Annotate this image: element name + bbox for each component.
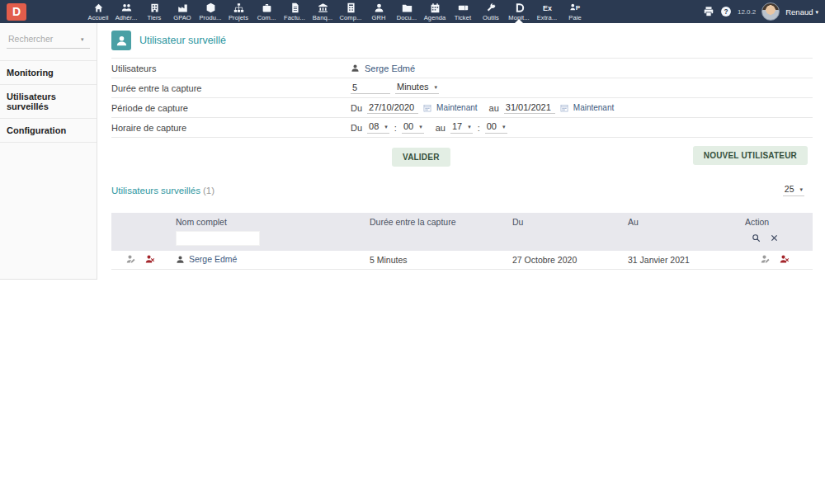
chevron-down-icon: ▾ bbox=[815, 9, 818, 15]
duration-unit-value: Minutes bbox=[397, 82, 429, 92]
chevron-down-icon: ▾ bbox=[435, 84, 438, 90]
sidebar-item-monitoring[interactable]: Monitoring bbox=[0, 60, 97, 84]
table-header-row: Nom complet Durée entre la capture Du Au… bbox=[111, 213, 813, 229]
row-duration: 5 Minutes bbox=[363, 251, 506, 270]
topbar-item-tiers[interactable]: Tiers bbox=[140, 0, 168, 23]
capture-form: Utilisateurs Serge Edmé Durée entre la c… bbox=[111, 58, 813, 138]
period-to-input[interactable] bbox=[504, 101, 555, 114]
calendar-icon[interactable] bbox=[560, 104, 568, 112]
header-to[interactable]: Au bbox=[621, 213, 738, 229]
avatar[interactable] bbox=[761, 2, 780, 21]
topbar-item-projets[interactable]: Projets bbox=[224, 0, 252, 23]
topbar-item-accueil[interactable]: Accueil bbox=[84, 0, 112, 23]
chevron-down-icon[interactable]: ▾ bbox=[81, 36, 84, 42]
ticket-icon bbox=[458, 2, 469, 13]
topbar-item-label: Tiers bbox=[148, 14, 162, 21]
topbar-item-grh[interactable]: GRH bbox=[365, 0, 393, 23]
topbar-item-label: GRH bbox=[372, 14, 386, 21]
selected-user-link[interactable]: Serge Edmé bbox=[365, 64, 415, 73]
hour-to-select[interactable]: 17 ▾ bbox=[450, 121, 473, 134]
print-icon[interactable] bbox=[703, 6, 714, 17]
sidebar-item-configuration[interactable]: Configuration bbox=[0, 118, 97, 142]
name-filter-input[interactable] bbox=[176, 231, 260, 246]
topbar-item-label: Banq... bbox=[313, 14, 332, 21]
agenda-icon bbox=[430, 2, 441, 13]
help-icon[interactable]: ? bbox=[720, 6, 732, 17]
topbar-item-agenda[interactable]: Agenda bbox=[421, 0, 449, 23]
topbar-item-adh-r[interactable]: Adhér... bbox=[112, 0, 140, 23]
minute-from-value: 00 bbox=[403, 121, 413, 131]
hour-from-value: 08 bbox=[369, 121, 379, 131]
period-from-input[interactable] bbox=[367, 101, 418, 114]
topbar-item-paie[interactable]: PPaie bbox=[561, 0, 589, 23]
now-link-from[interactable]: Maintenant bbox=[436, 103, 477, 112]
user-menu[interactable]: Renaud ▾ bbox=[785, 7, 818, 16]
products-icon bbox=[205, 2, 216, 13]
minute-from-select[interactable]: 00 ▾ bbox=[402, 121, 424, 134]
close-icon[interactable] bbox=[770, 233, 779, 243]
page-size-select[interactable]: 25 ▾ bbox=[783, 184, 804, 196]
app-logo[interactable]: D bbox=[7, 3, 26, 21]
topbar-item-label: Accueil bbox=[88, 14, 109, 21]
monitoring-icon bbox=[514, 2, 525, 13]
topbar-item-extra[interactable]: ExExtra... bbox=[533, 0, 561, 23]
form-actions: VALIDER NOUVEL UTILISATEUR bbox=[111, 138, 813, 174]
search-input[interactable] bbox=[7, 33, 81, 45]
search-icon[interactable] bbox=[752, 233, 761, 243]
user-edit-icon[interactable] bbox=[126, 254, 136, 264]
chevron-down-icon: ▾ bbox=[799, 186, 803, 192]
chevron-down-icon: ▾ bbox=[419, 124, 422, 130]
monitored-users-table: Nom complet Durée entre la capture Du Au… bbox=[111, 213, 813, 270]
topbar-item-banq[interactable]: Banq... bbox=[309, 0, 337, 23]
page-header: Utilisateur surveillé bbox=[111, 28, 813, 58]
topbar-item-label: Comp... bbox=[340, 14, 362, 21]
form-row-duration: Durée entre la capture Minutes ▾ bbox=[111, 78, 813, 98]
minute-to-select[interactable]: 00 ▾ bbox=[485, 121, 507, 134]
row-user-link[interactable]: Serge Edmé bbox=[189, 254, 237, 264]
duration-label: Durée entre la capture bbox=[111, 83, 351, 93]
time-separator: : bbox=[478, 123, 480, 133]
hour-to-value: 17 bbox=[452, 121, 462, 131]
list-title: Utilisateurs surveillés bbox=[111, 186, 200, 195]
header-icons-col bbox=[111, 213, 169, 229]
calendar-icon[interactable] bbox=[423, 104, 431, 112]
topbar-item-docu[interactable]: Docu... bbox=[393, 0, 421, 23]
validate-button[interactable]: VALIDER bbox=[392, 148, 450, 167]
header-name[interactable]: Nom complet bbox=[169, 213, 363, 229]
topbar-item-factu[interactable]: Factu... bbox=[280, 0, 309, 23]
header-from[interactable]: Du bbox=[506, 213, 621, 229]
topbar-item-outils[interactable]: Outils bbox=[477, 0, 505, 23]
list-header: Utilisateurs surveillés (1) 25 ▾ bbox=[111, 184, 813, 196]
topbar-item-label: Produ... bbox=[199, 14, 221, 21]
monitored-user-icon bbox=[111, 31, 131, 50]
duration-input[interactable] bbox=[351, 82, 390, 94]
sidebar-search: ▾ bbox=[7, 33, 90, 49]
sidebar: ▾ MonitoringUtilisateurs surveillésConfi… bbox=[0, 23, 97, 280]
user-edit-icon[interactable] bbox=[761, 254, 771, 264]
topbar-item-com[interactable]: Com... bbox=[252, 0, 280, 23]
payroll-icon: P bbox=[570, 2, 581, 13]
topbar-item-monit[interactable]: Monit... bbox=[505, 0, 533, 23]
topbar-menu: AccueilAdhér...TiersGPAOProdu...ProjetsC… bbox=[84, 0, 589, 23]
user-delete-icon[interactable] bbox=[145, 254, 155, 264]
topbar-item-label: Com... bbox=[257, 14, 276, 21]
user-delete-icon[interactable] bbox=[780, 254, 790, 264]
topbar-item-label: Adhér... bbox=[116, 14, 138, 21]
header-duration[interactable]: Durée entre la capture bbox=[363, 213, 506, 229]
sidebar-item-utilisateurs-surveill-s[interactable]: Utilisateurs surveillés bbox=[0, 84, 97, 118]
chevron-down-icon: ▾ bbox=[468, 124, 471, 130]
form-row-period: Période de capture Du Maintenant au Main… bbox=[111, 98, 813, 118]
now-link-to[interactable]: Maintenant bbox=[573, 103, 614, 112]
topbar-item-gpao[interactable]: GPAO bbox=[168, 0, 196, 23]
topbar-item-produ[interactable]: Produ... bbox=[196, 0, 224, 23]
topbar-item-comp[interactable]: Comp... bbox=[337, 0, 365, 23]
topbar-item-ticket[interactable]: Ticket bbox=[449, 0, 477, 23]
duration-unit-select[interactable]: Minutes ▾ bbox=[395, 82, 439, 94]
svg-text:Ex: Ex bbox=[543, 3, 552, 12]
new-user-button[interactable]: NOUVEL UTILISATEUR bbox=[693, 146, 808, 165]
sidebar-menu: MonitoringUtilisateurs surveillésConfigu… bbox=[0, 60, 97, 143]
row-to: 31 Janvier 2021 bbox=[621, 251, 738, 270]
chevron-down-icon: ▾ bbox=[502, 124, 506, 130]
hour-from-select[interactable]: 08 ▾ bbox=[367, 121, 389, 134]
manufacturing-icon bbox=[177, 2, 188, 13]
